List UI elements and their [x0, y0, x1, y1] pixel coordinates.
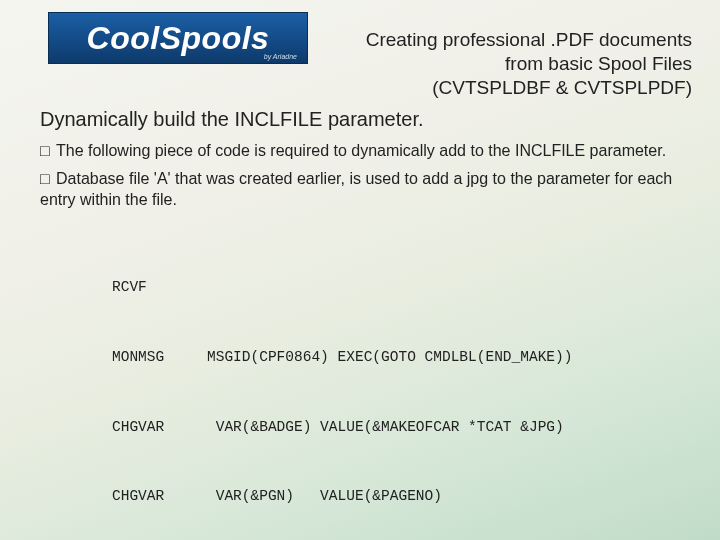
- bullet-text: Database file 'A' that was created earli…: [40, 170, 672, 209]
- logo-part2: Spools: [160, 20, 270, 56]
- code-cmd: RCVF: [112, 276, 207, 299]
- title-line-3: (CVTSPLDBF & CVTSPLPDF): [366, 76, 692, 100]
- code-cmd: MONMSG: [112, 346, 207, 369]
- code-line: CHGVAR VAR(&PGN) VALUE(&PAGENO): [112, 485, 607, 508]
- bullet-text: The following piece of code is required …: [56, 142, 666, 159]
- section-heading: Dynamically build the INCLFILE parameter…: [40, 108, 424, 131]
- code-block: RCVF MONMSGMSGID(CPF0864) EXEC(GOTO CMDL…: [112, 230, 607, 540]
- code-line: MONMSGMSGID(CPF0864) EXEC(GOTO CMDLBL(EN…: [112, 346, 607, 369]
- bullet-list: □The following piece of code is required…: [40, 140, 692, 217]
- code-line: CHGVAR VAR(&BADGE) VALUE(&MAKEOFCAR *TCA…: [112, 416, 607, 439]
- code-arg: VAR(&PGN) VALUE(&PAGENO): [207, 485, 442, 508]
- code-arg: MSGID(CPF0864) EXEC(GOTO CMDLBL(END_MAKE…: [207, 346, 572, 369]
- bullet-item: □Database file 'A' that was created earl…: [40, 168, 692, 211]
- logo-part1: Cool: [87, 20, 160, 56]
- bullet-icon: □: [40, 140, 56, 162]
- code-cmd: CHGVAR: [112, 485, 207, 508]
- logo-text: CoolSpools: [87, 20, 270, 57]
- title-line-2: from basic Spool Files: [366, 52, 692, 76]
- bullet-icon: □: [40, 168, 56, 190]
- slide-title: Creating professional .PDF documents fro…: [366, 28, 692, 99]
- logo-badge: CoolSpools by Ariadne: [48, 12, 308, 64]
- title-line-1: Creating professional .PDF documents: [366, 28, 692, 52]
- bullet-item: □The following piece of code is required…: [40, 140, 692, 162]
- code-cmd: CHGVAR: [112, 416, 207, 439]
- code-arg: VAR(&BADGE) VALUE(&MAKEOFCAR *TCAT &JPG): [207, 416, 564, 439]
- code-line: RCVF: [112, 276, 607, 299]
- logo-subtext: by Ariadne: [264, 53, 297, 60]
